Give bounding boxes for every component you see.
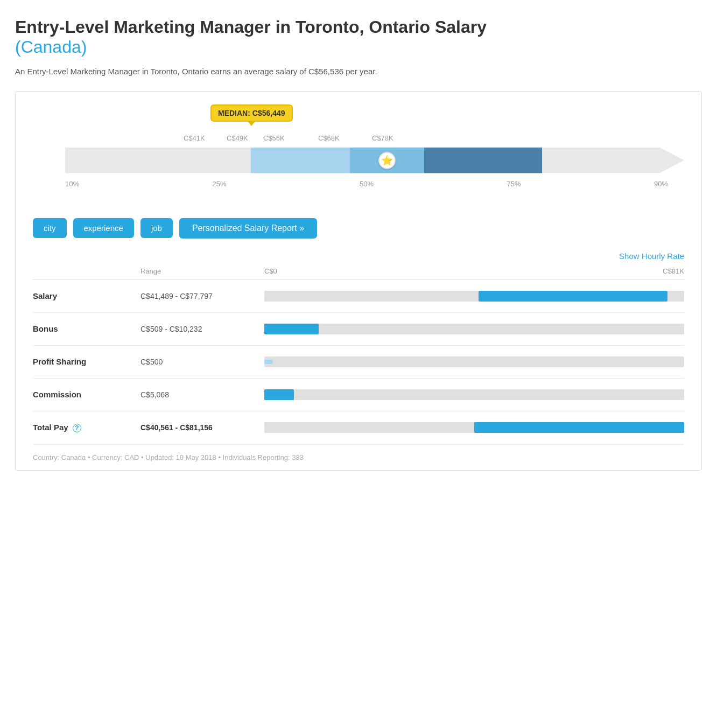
pct-bot-90: 90% — [654, 180, 668, 188]
experience-button[interactable]: experience — [73, 218, 134, 238]
filter-buttons-row: city experience job Personalized Salary … — [33, 209, 684, 247]
profit-sharing-bar-fill — [264, 360, 273, 364]
bonus-data-row: Bonus C$509 - C$10,232 — [33, 313, 684, 346]
commission-bar-fill — [264, 389, 294, 400]
commission-data-row: Commission C$5,068 — [33, 379, 684, 411]
bar-track: ⭐ — [65, 148, 684, 173]
profit-sharing-label: Profit Sharing — [33, 357, 140, 366]
show-hourly-rate-section: Show Hourly Rate — [33, 247, 684, 263]
median-star-marker: ⭐ — [378, 152, 396, 169]
total-pay-bar — [264, 422, 684, 433]
title-country: (Canada) — [15, 37, 87, 57]
salary-bar-fill — [479, 291, 667, 302]
header-c81k: C$81K — [663, 267, 684, 275]
commission-bar — [264, 389, 684, 400]
pct-bot-25: 25% — [212, 180, 226, 188]
commission-bar-bg — [264, 389, 684, 400]
bonus-bar-fill — [264, 324, 319, 334]
pct-label-75: C$68K — [318, 134, 340, 142]
bonus-label: Bonus — [33, 324, 140, 333]
pct-bot-50: 50% — [360, 180, 374, 188]
city-button[interactable]: city — [33, 218, 67, 238]
pct-label-90: C$78K — [372, 134, 393, 142]
bar-segment-75 — [424, 148, 542, 173]
table-header-row: Range C$0 C$81K — [33, 263, 684, 280]
commission-range: C$5,068 — [140, 390, 264, 399]
show-hourly-rate-link[interactable]: Show Hourly Rate — [619, 251, 684, 261]
profit-sharing-data-row: Profit Sharing C$500 — [33, 346, 684, 379]
percentile-bottom-labels: 10% 25% 50% 75% 90% — [65, 180, 668, 199]
percentile-chart: MEDIAN: C$56,449 C$41K C$49K C$56K C$68K… — [33, 104, 684, 199]
median-tooltip: MEDIAN: C$56,449 — [210, 104, 293, 122]
total-pay-label: Total Pay ? — [33, 423, 140, 432]
salary-range: C$41,489 - C$77,797 — [140, 292, 264, 300]
subtitle: An Entry-Level Marketing Manager in Toro… — [15, 66, 702, 78]
header-range-col: Range — [140, 267, 264, 275]
pct-label-25: C$49K — [227, 134, 248, 142]
bar-segment-25-50 — [251, 148, 350, 173]
header-c0: C$0 — [264, 267, 277, 275]
total-pay-data-row: Total Pay ? C$40,561 - C$81,156 — [33, 411, 684, 444]
pct-bot-10: 10% — [65, 180, 79, 188]
salary-data-row: Salary C$41,489 - C$77,797 — [33, 280, 684, 313]
total-pay-bar-fill — [474, 422, 684, 433]
profit-sharing-bar — [264, 356, 684, 367]
chart-footer: Country: Canada • Currency: CAD • Update… — [33, 444, 684, 470]
profit-sharing-bar-bg — [264, 356, 684, 367]
bonus-bar-bg — [264, 324, 684, 334]
commission-label: Commission — [33, 390, 140, 399]
page-title: Entry-Level Marketing Manager in Toronto… — [15, 17, 702, 57]
salary-label: Salary — [33, 291, 140, 300]
bonus-bar — [264, 324, 684, 334]
percentile-top-labels: MEDIAN: C$56,449 C$41K C$49K C$56K C$68K… — [65, 104, 684, 142]
total-pay-help-icon[interactable]: ? — [73, 424, 81, 432]
job-button[interactable]: job — [140, 218, 173, 238]
pct-bot-75: 75% — [507, 180, 521, 188]
personalized-report-button[interactable]: Personalized Salary Report » — [179, 218, 317, 239]
bonus-range: C$509 - C$10,232 — [140, 325, 264, 333]
pct-label-50: C$56K — [263, 134, 285, 142]
salary-chart-container: MEDIAN: C$56,449 C$41K C$49K C$56K C$68K… — [15, 91, 702, 471]
percentile-bar: ⭐ — [65, 145, 684, 176]
title-main: Entry-Level Marketing Manager in Toronto… — [15, 17, 487, 37]
profit-sharing-range: C$500 — [140, 358, 264, 366]
header-bar-col: C$0 C$81K — [264, 267, 684, 275]
total-pay-range: C$40,561 - C$81,156 — [140, 423, 264, 432]
pct-label-10: C$41K — [184, 134, 205, 142]
salary-bar — [264, 291, 684, 302]
